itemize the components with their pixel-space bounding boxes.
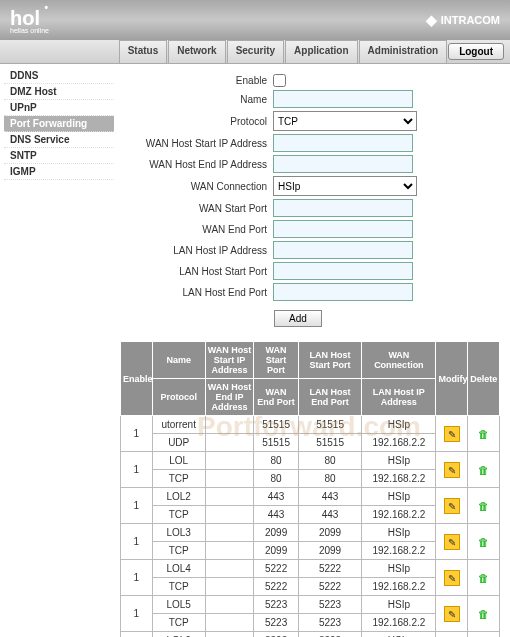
table-row: 1LOL8080HSIp xyxy=(121,452,500,470)
cell-protocol: TCP xyxy=(152,614,205,632)
cell-wan-host-end xyxy=(205,434,254,452)
wan-start-port-label: WAN Start Port xyxy=(118,203,273,214)
edit-icon[interactable] xyxy=(444,606,460,622)
wan-end-port-label: WAN End Port xyxy=(118,224,273,235)
delete-icon[interactable] xyxy=(476,570,492,586)
cell-wan-conn: HSIp xyxy=(362,488,436,506)
cell-wan-start-port: 5223 xyxy=(254,596,298,614)
wan-host-start-label: WAN Host Start IP Address xyxy=(118,138,273,149)
cell-wan-conn: HSIp xyxy=(362,416,436,434)
logout-button[interactable]: Logout xyxy=(448,43,504,60)
sidebar-item-port-forwarding[interactable]: Port Forwarding xyxy=(4,116,114,132)
sidebar-item-dns-service[interactable]: DNS Service xyxy=(4,132,114,148)
wan-end-port-input[interactable] xyxy=(273,220,413,238)
delete-icon[interactable] xyxy=(476,534,492,550)
logo: hol xyxy=(10,7,40,29)
cell-wan-host-end xyxy=(205,506,254,524)
cell-wan-host-end xyxy=(205,614,254,632)
edit-icon[interactable] xyxy=(444,426,460,442)
cell-lan-host-ip: 192.168.2.2 xyxy=(362,470,436,488)
cell-name: LOL xyxy=(152,452,205,470)
wan-conn-label: WAN Connection xyxy=(118,181,273,192)
cell-wan-start-port: 5222 xyxy=(254,560,298,578)
cell-lan-start-port: 5222 xyxy=(298,560,362,578)
cell-enable: 1 xyxy=(121,452,153,488)
cell-lan-start-port: 8393 xyxy=(298,632,362,638)
lan-end-port-input[interactable] xyxy=(273,283,413,301)
cell-lan-host-ip: 192.168.2.2 xyxy=(362,614,436,632)
cell-lan-start-port: 5223 xyxy=(298,596,362,614)
cell-lan-start-port: 443 xyxy=(298,488,362,506)
cell-name: LOL6 xyxy=(152,632,205,638)
cell-wan-host-start xyxy=(205,524,254,542)
table-row: 1LOL320992099HSIp xyxy=(121,524,500,542)
table-row: 1LOL683938393HSIp xyxy=(121,632,500,638)
cell-lan-end-port: 2099 xyxy=(298,542,362,560)
protocol-select[interactable]: TCP xyxy=(273,111,417,131)
cell-protocol: UDP xyxy=(152,434,205,452)
nav-tab-administration[interactable]: Administration xyxy=(359,40,448,63)
wan-host-end-input[interactable] xyxy=(273,155,413,173)
th-protocol: Protocol xyxy=(152,379,205,416)
delete-icon[interactable] xyxy=(476,462,492,478)
wan-host-end-label: WAN Host End IP Address xyxy=(118,159,273,170)
cell-wan-host-start xyxy=(205,560,254,578)
cell-enable: 1 xyxy=(121,632,153,638)
nav-tab-application[interactable]: Application xyxy=(285,40,357,63)
cell-protocol: TCP xyxy=(152,470,205,488)
cell-lan-end-port: 51515 xyxy=(298,434,362,452)
enable-checkbox[interactable] xyxy=(273,74,286,87)
cell-lan-start-port: 80 xyxy=(298,452,362,470)
cell-wan-start-port: 80 xyxy=(254,452,298,470)
th-lan-start-port: LAN Host Start Port xyxy=(298,342,362,379)
lan-host-ip-input[interactable] xyxy=(273,241,413,259)
add-button[interactable]: Add xyxy=(274,310,322,327)
cell-lan-host-ip: 192.168.2.2 xyxy=(362,434,436,452)
cell-wan-start-port: 2099 xyxy=(254,524,298,542)
th-name: Name xyxy=(152,342,205,379)
cell-name: LOL3 xyxy=(152,524,205,542)
sidebar-item-upnp[interactable]: UPnP xyxy=(4,100,114,116)
edit-icon[interactable] xyxy=(444,570,460,586)
cell-wan-host-end xyxy=(205,578,254,596)
edit-icon[interactable] xyxy=(444,462,460,478)
cell-wan-start-port: 443 xyxy=(254,488,298,506)
table-row: 1LOL552235223HSIp xyxy=(121,596,500,614)
name-input[interactable] xyxy=(273,90,413,108)
brand-icon: ◆ xyxy=(426,12,437,28)
nav-tab-security[interactable]: Security xyxy=(227,40,284,63)
cell-lan-end-port: 5223 xyxy=(298,614,362,632)
cell-enable: 1 xyxy=(121,596,153,632)
sidebar-item-ddns[interactable]: DDNS xyxy=(4,68,114,84)
sidebar-item-dmz-host[interactable]: DMZ Host xyxy=(4,84,114,100)
sidebar-item-igmp[interactable]: IGMP xyxy=(4,164,114,180)
cell-wan-start-port: 8393 xyxy=(254,632,298,638)
cell-wan-host-start xyxy=(205,488,254,506)
cell-wan-conn: HSIp xyxy=(362,452,436,470)
cell-name: LOL2 xyxy=(152,488,205,506)
cell-lan-end-port: 80 xyxy=(298,470,362,488)
table-row: 1LOL452225222HSIp xyxy=(121,560,500,578)
edit-icon[interactable] xyxy=(444,498,460,514)
delete-icon[interactable] xyxy=(476,606,492,622)
nav-tab-status[interactable]: Status xyxy=(119,40,168,63)
wan-conn-select[interactable]: HSIp xyxy=(273,176,417,196)
edit-icon[interactable] xyxy=(444,534,460,550)
th-wan-host-end: WAN Host End IP Address xyxy=(205,379,254,416)
cell-wan-host-start xyxy=(205,416,254,434)
cell-wan-conn: HSIp xyxy=(362,560,436,578)
lan-start-port-input[interactable] xyxy=(273,262,413,280)
sidebar-item-sntp[interactable]: SNTP xyxy=(4,148,114,164)
wan-host-start-input[interactable] xyxy=(273,134,413,152)
cell-enable: 1 xyxy=(121,488,153,524)
cell-lan-end-port: 443 xyxy=(298,506,362,524)
cell-name: utorrent xyxy=(152,416,205,434)
cell-wan-conn: HSIp xyxy=(362,524,436,542)
delete-icon[interactable] xyxy=(476,498,492,514)
nav-tab-network[interactable]: Network xyxy=(168,40,225,63)
cell-wan-end-port: 2099 xyxy=(254,542,298,560)
wan-start-port-input[interactable] xyxy=(273,199,413,217)
th-wan-host-start: WAN Host Start IP Address xyxy=(205,342,254,379)
delete-icon[interactable] xyxy=(476,426,492,442)
enable-label: Enable xyxy=(118,75,273,86)
